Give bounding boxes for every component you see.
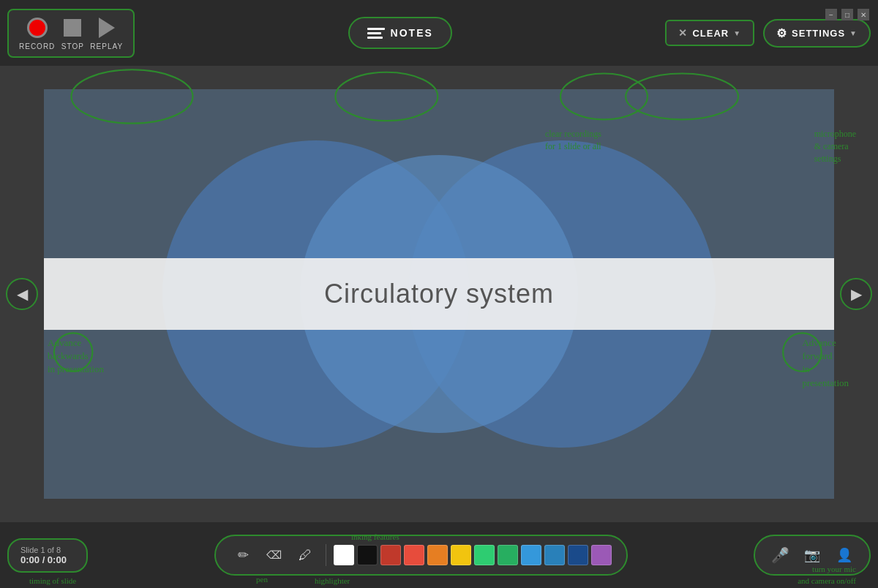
clear-x-icon: ✕ xyxy=(678,27,688,39)
stop-icon xyxy=(61,16,84,39)
settings-label: SETTINGS xyxy=(792,28,845,39)
annotation-highlighter: highlighter xyxy=(315,576,350,587)
slide-title: Circulatory system xyxy=(44,279,834,309)
color-yellow[interactable] xyxy=(451,545,471,565)
top-bar: RECORD STOP REPLAY NOTES ✕ CLEAR ▼ xyxy=(0,0,878,66)
color-purple[interactable] xyxy=(591,545,612,565)
replay-icon xyxy=(95,16,119,39)
microphone-icon: 🎤 xyxy=(771,546,789,564)
replay-button[interactable]: REPLAY xyxy=(90,16,123,50)
main-area: ◀ Circulatory system ▶ xyxy=(0,66,878,522)
color-dark-red[interactable] xyxy=(380,545,401,565)
close-button[interactable]: ✕ xyxy=(858,9,869,20)
settings-button[interactable]: ⚙ SETTINGS ▼ xyxy=(763,19,871,48)
settings-icon: ⚙ xyxy=(776,26,787,40)
drawing-tools: ✏ ⌫ 🖊 xyxy=(214,535,628,576)
camera-icon: 📷 xyxy=(804,547,820,563)
color-blue[interactable] xyxy=(544,545,565,565)
eraser-tool-button[interactable]: ⌫ xyxy=(261,542,288,568)
record-controls: RECORD STOP REPLAY xyxy=(7,9,135,58)
color-light-green[interactable] xyxy=(474,545,495,565)
highlighter-icon: 🖊 xyxy=(299,548,312,563)
right-arrow-icon: ▶ xyxy=(851,285,862,303)
color-green[interactable] xyxy=(498,545,518,565)
color-palette xyxy=(334,545,612,565)
window-controls: − □ ✕ xyxy=(825,9,869,20)
color-light-blue[interactable] xyxy=(521,545,541,565)
record-button[interactable]: RECORD xyxy=(19,16,55,50)
next-slide-button[interactable]: ▶ xyxy=(840,278,872,310)
notes-icon xyxy=(367,26,385,40)
clear-chevron-icon: ▼ xyxy=(733,29,741,37)
notes-button[interactable]: NOTES xyxy=(348,17,452,49)
notes-label: NOTES xyxy=(391,27,433,39)
annotation-timing: timing of slide xyxy=(29,576,76,587)
clear-label: CLEAR xyxy=(692,28,729,39)
color-black[interactable] xyxy=(357,545,378,565)
camera-button[interactable]: 📷 xyxy=(799,542,825,568)
mic-button[interactable]: 🎤 xyxy=(767,542,793,568)
right-controls: ✕ CLEAR ▼ ⚙ SETTINGS ▼ xyxy=(665,19,871,48)
color-orange[interactable] xyxy=(427,545,448,565)
slide-title-banner: Circulatory system xyxy=(44,258,834,330)
maximize-button[interactable]: □ xyxy=(841,9,853,20)
media-controls: 🎤 📷 👤 xyxy=(754,535,871,576)
minimize-button[interactable]: − xyxy=(825,9,837,20)
settings-chevron-icon: ▼ xyxy=(849,29,858,37)
person-icon: 👤 xyxy=(836,547,852,563)
replay-label: REPLAY xyxy=(90,42,123,50)
stop-label: STOP xyxy=(61,42,84,50)
left-arrow-icon: ◀ xyxy=(17,285,28,303)
slide-content: Circulatory system xyxy=(44,89,834,499)
eraser-icon: ⌫ xyxy=(266,549,282,562)
slide-time: 0:00 / 0:00 xyxy=(20,554,67,565)
color-white[interactable] xyxy=(334,545,354,565)
pen-tool-button[interactable]: ✏ xyxy=(230,542,257,568)
pen-icon: ✏ xyxy=(238,547,249,563)
slide-info: Slide 1 of 8 0:00 / 0:00 xyxy=(7,538,88,573)
bottom-bar: Slide 1 of 8 0:00 / 0:00 ✏ ⌫ 🖊 xyxy=(0,522,878,588)
stop-button[interactable]: STOP xyxy=(61,16,84,50)
slide-count: Slide 1 of 8 xyxy=(20,546,61,554)
color-dark-blue[interactable] xyxy=(568,545,588,565)
color-red[interactable] xyxy=(404,545,424,565)
highlighter-tool-button[interactable]: 🖊 xyxy=(292,542,318,568)
tool-separator xyxy=(326,544,326,566)
record-icon xyxy=(26,16,49,39)
person-button[interactable]: 👤 xyxy=(831,542,858,568)
record-label: RECORD xyxy=(19,42,55,50)
clear-button[interactable]: ✕ CLEAR ▼ xyxy=(665,20,754,46)
prev-slide-button[interactable]: ◀ xyxy=(6,278,38,310)
